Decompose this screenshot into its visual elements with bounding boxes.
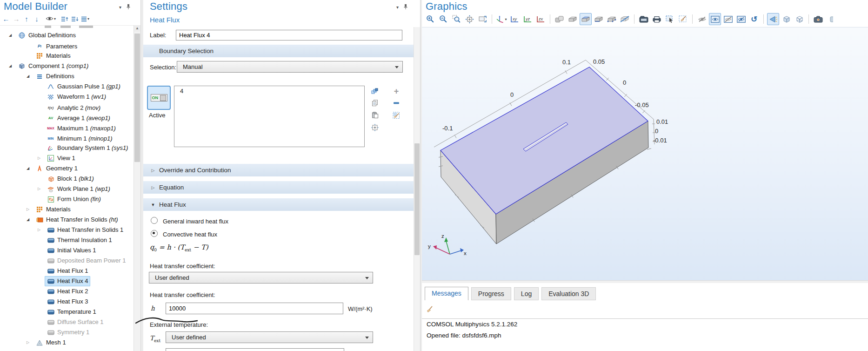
- expander-closed-icon[interactable]: ▷: [25, 338, 31, 348]
- go-to-default-view-button[interactable]: [476, 13, 488, 25]
- clear-selection-button[interactable]: [677, 13, 689, 25]
- tree-node-geometry-1[interactable]: ◢Geometry 1: [0, 163, 134, 174]
- expander-closed-icon[interactable]: ▷: [36, 184, 42, 194]
- select-box-button[interactable]: [664, 13, 676, 25]
- tree-node-thermal-insulation-1[interactable]: Thermal Insulation 1: [0, 235, 134, 245]
- remove-from-selection-button[interactable]: [392, 99, 401, 108]
- tree-node-maximum-1[interactable]: MAXMaximum 1 (maxop1): [0, 122, 134, 133]
- section-boundary-selection[interactable]: Boundary Selection: [143, 45, 414, 57]
- show-hidden-button[interactable]: [735, 13, 747, 25]
- zoom-in-button[interactable]: [424, 13, 436, 25]
- tree-node-minimum-1[interactable]: MINMinimum 1 (minop1): [0, 133, 134, 143]
- expander-open-icon[interactable]: ◢: [25, 71, 31, 81]
- label-input[interactable]: [176, 30, 402, 40]
- snapshot-camera-button[interactable]: [812, 13, 824, 25]
- tree-node-heat-flux-1[interactable]: Heat Flux 1: [0, 266, 134, 276]
- tree-node-materials[interactable]: ▷Materials: [0, 204, 134, 215]
- zoom-out-button[interactable]: [437, 13, 449, 25]
- external-temperature-dropdown[interactable]: User defined: [166, 331, 373, 343]
- zoom-extents-button[interactable]: [463, 13, 475, 25]
- tab-evaluation-3d[interactable]: Evaluation 3D: [541, 287, 596, 300]
- boundary-selection-list[interactable]: 4: [174, 86, 365, 147]
- tree-node-component-1[interactable]: ◢Component 1 (comp1): [0, 61, 134, 71]
- tree-node-heat-flux-3[interactable]: Heat Flux 3: [0, 297, 134, 307]
- select-domains-button[interactable]: [567, 13, 579, 25]
- clipped-toolbar-icon-button[interactable]: [825, 13, 837, 25]
- coefficient-dropdown[interactable]: User defined: [149, 272, 373, 284]
- tree-node-heat-transfer-in-solids[interactable]: ◢Heat Transfer in Solids (ht): [0, 215, 134, 225]
- scrollbar-thumb[interactable]: [134, 34, 140, 162]
- tree-node-form-union[interactable]: Form Union (fin): [0, 194, 134, 204]
- expander-open-icon[interactable]: ◢: [25, 163, 31, 174]
- tree-node-boundary-system-1[interactable]: Boundary System 1 (sys1): [0, 143, 134, 153]
- expander-open-icon[interactable]: ◢: [25, 215, 31, 225]
- tree-node-deposited-beam-power-1[interactable]: Deposited Beam Power 1: [0, 256, 134, 266]
- view-orientation-button[interactable]: ▾: [495, 13, 507, 25]
- copy-selection-button[interactable]: [370, 99, 380, 108]
- section-heat-flux[interactable]: ▼ Heat Flux: [143, 198, 414, 211]
- graphics-viewport[interactable]: -0.100.10.050-0.050.010-0.01 y z x: [422, 27, 868, 281]
- section-override[interactable]: ▷ Override and Contribution: [143, 164, 414, 176]
- show-button[interactable]: ▾: [46, 14, 56, 24]
- view-hidden-button[interactable]: [722, 13, 734, 25]
- select-boundaries-button[interactable]: [580, 13, 592, 25]
- tree-node-initial-values-1[interactable]: Initial Values 1: [0, 245, 134, 256]
- tree-node-global-definitions[interactable]: ◢Global Definitions: [0, 30, 134, 40]
- tree-node-heat-transfer-in-solids-1[interactable]: ▷Heat Transfer in Solids 1: [0, 225, 134, 235]
- section-equation[interactable]: ▷ Equation: [143, 181, 414, 194]
- tree-node-analytic-2[interactable]: f(x)Analytic 2 (mov): [0, 102, 134, 112]
- tree-node-gaussian-pulse-1[interactable]: Gaussian Pulse 1 (gp1): [0, 81, 134, 92]
- tree-node-diffuse-surface-1[interactable]: Diffuse Surface 1: [0, 317, 134, 327]
- scrollbar-up-icon[interactable]: ▲: [134, 25, 140, 32]
- tree-node-temperature-1[interactable]: Temperature 1: [0, 307, 134, 317]
- tree-node-average-1[interactable]: AVAverage 1 (aveop1): [0, 112, 134, 122]
- expander-closed-icon[interactable]: ▷: [25, 204, 31, 215]
- zoom-box-button[interactable]: [450, 13, 462, 25]
- reset-hiding-button[interactable]: ↺: [748, 13, 760, 25]
- transparency-button[interactable]: [780, 13, 792, 25]
- expander-open-icon[interactable]: ◢: [7, 61, 13, 71]
- expander-closed-icon[interactable]: ▷: [36, 225, 42, 235]
- messages-log[interactable]: COMSOL Multiphysics 5.2.1.262Opened file…: [422, 318, 868, 351]
- tree-node-definitions[interactable]: ◢Definitions: [0, 71, 134, 81]
- paste-selection-button[interactable]: [370, 111, 380, 120]
- go-to-yz-view-button[interactable]: yz: [521, 13, 534, 25]
- tree-node-materials[interactable]: Materials: [0, 51, 134, 61]
- expander-open-icon[interactable]: ◢: [7, 30, 13, 40]
- tree-node-heat-flux-2[interactable]: Heat Flux 2: [0, 286, 134, 297]
- add-to-selection-button[interactable]: +: [392, 87, 401, 95]
- model-tree-node-text-button[interactable]: ▾: [80, 14, 90, 24]
- tree-node-symmetry-1[interactable]: Symmetry 1: [0, 327, 134, 338]
- scrollbar-thumb[interactable]: [414, 143, 420, 255]
- active-selection-toggle[interactable]: ON: [147, 86, 171, 110]
- collapse-all-button[interactable]: [60, 14, 70, 24]
- select-points-button[interactable]: [606, 13, 618, 25]
- tab-messages[interactable]: Messages: [425, 287, 468, 300]
- select-none-button[interactable]: [619, 13, 631, 25]
- clear-selection-button[interactable]: [392, 111, 401, 120]
- view-unhidden-button[interactable]: [709, 13, 721, 25]
- clear-messages-button[interactable]: [425, 305, 434, 314]
- print-button[interactable]: [651, 13, 663, 25]
- move-up-button[interactable]: ↑: [21, 14, 32, 24]
- back-button[interactable]: ←: [1, 14, 11, 24]
- create-selection-button[interactable]: [370, 87, 380, 95]
- pin-icon[interactable]: [126, 4, 131, 11]
- tree-node-waveform-1[interactable]: Waveform 1 (wv1): [0, 92, 134, 102]
- h-value-input[interactable]: [166, 303, 343, 314]
- selection-entry[interactable]: 4: [174, 86, 364, 96]
- wireframe-button[interactable]: [793, 13, 805, 25]
- tree-node-view-1[interactable]: ▷View 1: [0, 153, 134, 163]
- zoom-to-selection-button[interactable]: [370, 123, 380, 132]
- image-snapshot-button[interactable]: [638, 13, 650, 25]
- chevron-down-icon[interactable]: ▾: [119, 5, 121, 10]
- expand-all-button[interactable]: [70, 14, 80, 24]
- tree-node-block-1[interactable]: Block 1 (blk1): [0, 174, 134, 184]
- hide-selected-button[interactable]: [696, 13, 708, 25]
- pin-icon[interactable]: [403, 4, 408, 11]
- forward-button[interactable]: →: [11, 14, 21, 24]
- tree-node-work-plane-1[interactable]: ▷Work Plane 1 (wp1): [0, 184, 134, 194]
- expander-closed-icon[interactable]: ▷: [36, 153, 42, 163]
- go-to-zx-view-button[interactable]: zx: [534, 13, 547, 25]
- chevron-down-icon[interactable]: ▾: [396, 5, 399, 10]
